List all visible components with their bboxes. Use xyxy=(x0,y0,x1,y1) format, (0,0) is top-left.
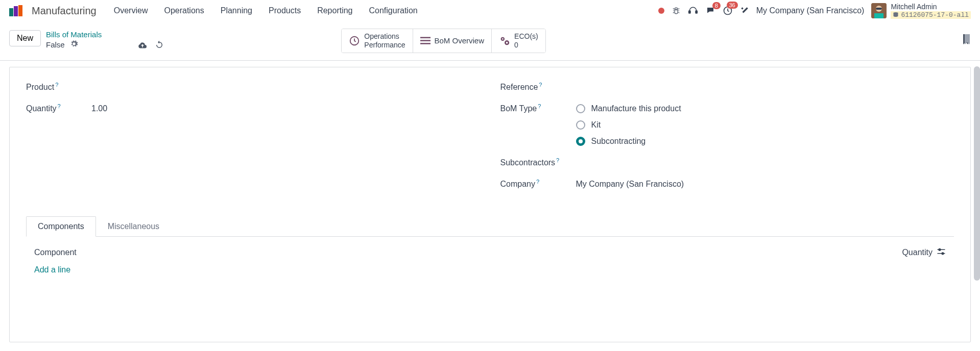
svg-point-21 xyxy=(939,248,941,250)
form-col-left: Product? Quantity? 1.00 xyxy=(26,83,480,201)
adjust-columns-icon[interactable] xyxy=(937,248,946,257)
status-dot-icon xyxy=(658,8,664,14)
tabs: Components Miscellaneous xyxy=(26,216,954,237)
radio-subcontracting[interactable]: Subcontracting xyxy=(576,137,681,146)
stat-buttons: OperationsPerformance BoM Overview ECO(s… xyxy=(341,29,545,53)
tools-icon[interactable] xyxy=(740,6,749,15)
svg-rect-9 xyxy=(874,13,883,18)
gear-icon[interactable] xyxy=(70,40,78,49)
subcontractors-label: Subcontractors? xyxy=(500,158,566,167)
radio-manufacture[interactable]: Manufacture this product xyxy=(576,104,681,113)
field-subcontractors: Subcontractors? xyxy=(500,158,954,167)
svg-rect-13 xyxy=(420,40,431,41)
navbar-right: 8 36 My Company (San Francisco) Mitchell… xyxy=(658,3,971,19)
tab-content: Component Quantity Add a line xyxy=(26,236,954,288)
nav-configuration[interactable]: Configuration xyxy=(363,3,424,18)
nav-planning[interactable]: Planning xyxy=(214,3,258,18)
th-component: Component xyxy=(34,248,902,257)
db-row: 61126075-17-0-all xyxy=(891,11,971,19)
breadcrumb-current: False xyxy=(46,40,65,49)
company-selector[interactable]: My Company (San Francisco) xyxy=(756,6,865,15)
user-info: Mitchell Admin 61126075-17-0-all xyxy=(891,3,971,19)
activities-badge: 36 xyxy=(727,2,738,9)
breadcrumb: Bills of Materials False xyxy=(46,30,102,49)
svg-rect-1 xyxy=(14,6,18,16)
table-header: Component Quantity xyxy=(26,245,954,260)
database-icon xyxy=(893,12,899,18)
user-name: Mitchell Admin xyxy=(891,3,971,11)
add-line-link[interactable]: Add a line xyxy=(26,260,954,280)
save-discard-group xyxy=(137,40,164,51)
control-left: New Bills of Materials False xyxy=(9,30,164,51)
new-button[interactable]: New xyxy=(9,30,41,46)
field-bom-type: BoM Type? Manufacture this product Kit xyxy=(500,104,954,146)
svg-rect-0 xyxy=(9,8,13,16)
navbar-left: Manufacturing Overview Operations Planni… xyxy=(9,3,424,18)
cloud-save-icon[interactable] xyxy=(137,41,148,51)
bom-type-label: BoM Type? xyxy=(500,104,566,113)
form-sheet: Product? Quantity? 1.00 Reference? BoM T… xyxy=(9,67,971,342)
radio-icon xyxy=(576,120,585,130)
quantity-label: Quantity? xyxy=(26,104,91,113)
quantity-input[interactable]: 1.00 xyxy=(91,104,107,113)
activities-icon[interactable]: 36 xyxy=(723,6,733,16)
radio-icon xyxy=(576,104,585,113)
bookmark-icon[interactable] xyxy=(962,34,971,47)
tab-miscellaneous[interactable]: Miscellaneous xyxy=(96,216,171,237)
nav-reporting[interactable]: Reporting xyxy=(311,3,358,18)
field-company: Company? My Company (San Francisco) xyxy=(500,180,954,189)
control-row: New Bills of Materials False OperationsP… xyxy=(0,23,980,61)
messages-icon[interactable]: 8 xyxy=(705,6,715,15)
nav-products[interactable]: Products xyxy=(262,3,307,18)
company-label: Company? xyxy=(500,180,566,189)
app-name[interactable]: Manufacturing xyxy=(32,5,97,17)
gears-icon xyxy=(499,35,510,46)
svg-point-17 xyxy=(502,38,504,40)
db-name: 61126075-17-0-all xyxy=(901,11,969,19)
bug-icon[interactable] xyxy=(672,6,681,15)
radio-icon xyxy=(576,137,585,146)
bom-type-radio-group: Manufacture this product Kit Subcontract… xyxy=(576,104,681,146)
th-quantity: Quantity xyxy=(902,248,937,257)
messages-badge: 8 xyxy=(712,2,721,9)
svg-rect-2 xyxy=(18,5,22,16)
svg-rect-8 xyxy=(876,8,882,10)
field-reference: Reference? xyxy=(500,83,954,92)
svg-point-22 xyxy=(942,252,944,254)
svg-rect-4 xyxy=(696,11,697,13)
tab-components[interactable]: Components xyxy=(26,216,96,237)
stat-operations-performance[interactable]: OperationsPerformance xyxy=(342,29,413,53)
user-menu[interactable]: Mitchell Admin 61126075-17-0-all xyxy=(871,3,971,19)
breadcrumb-parent[interactable]: Bills of Materials xyxy=(46,30,102,39)
stat-bom-overview[interactable]: BoM Overview xyxy=(413,29,492,53)
sheet-wrap: Product? Quantity? 1.00 Reference? BoM T… xyxy=(0,61,980,348)
support-icon[interactable] xyxy=(688,6,698,16)
svg-point-18 xyxy=(506,42,508,44)
app-icon[interactable] xyxy=(9,5,23,16)
list-icon xyxy=(420,37,431,45)
nav-operations[interactable]: Operations xyxy=(158,3,210,18)
nav-overview[interactable]: Overview xyxy=(108,3,154,18)
svg-rect-3 xyxy=(688,11,690,13)
form-grid: Product? Quantity? 1.00 Reference? BoM T… xyxy=(26,83,954,201)
field-product: Product? xyxy=(26,83,480,92)
company-input[interactable]: My Company (San Francisco) xyxy=(576,180,684,189)
field-quantity: Quantity? 1.00 xyxy=(26,104,480,113)
stat-ecos[interactable]: ECO(s)0 xyxy=(492,29,545,53)
product-label: Product? xyxy=(26,83,91,92)
navbar: Manufacturing Overview Operations Planni… xyxy=(0,0,980,23)
avatar-icon xyxy=(871,3,887,18)
discard-icon[interactable] xyxy=(155,40,164,51)
svg-rect-12 xyxy=(420,37,431,38)
radio-kit[interactable]: Kit xyxy=(576,120,681,130)
clock-icon xyxy=(349,35,360,46)
reference-label: Reference? xyxy=(500,83,566,92)
scrollbar[interactable] xyxy=(974,66,980,281)
svg-rect-14 xyxy=(420,43,431,44)
form-col-right: Reference? BoM Type? Manufacture this pr… xyxy=(500,83,954,201)
